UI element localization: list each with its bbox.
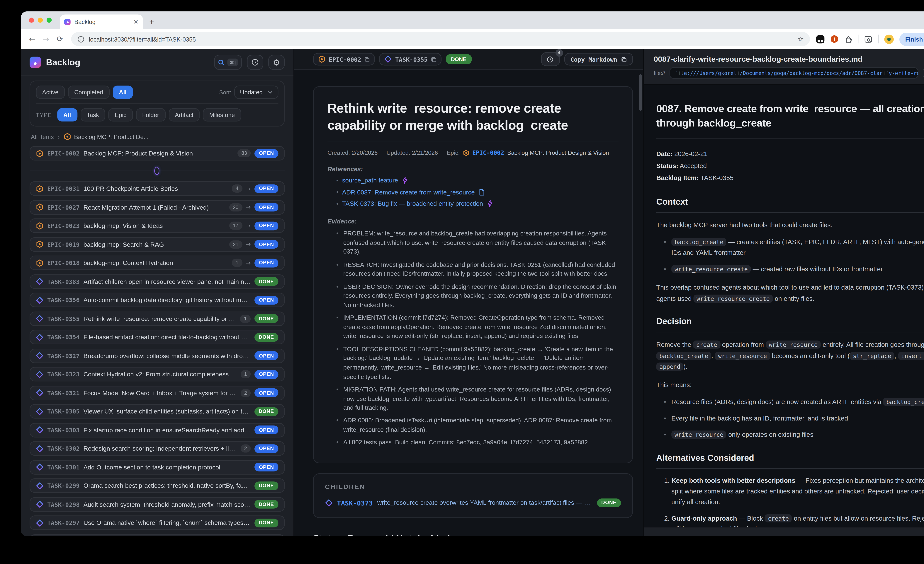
- sort-select[interactable]: Updated: [234, 86, 278, 99]
- copy-url-button[interactable]: [923, 67, 924, 79]
- reference-link[interactable]: TASK-0373: Bug fix — broadened entity pr…: [342, 200, 483, 207]
- forward-icon[interactable]: →: [41, 34, 51, 43]
- type-filter-pill[interactable]: All: [57, 108, 77, 121]
- finish-update-button[interactable]: Finish update ⋮: [900, 33, 924, 46]
- backlog-item-row[interactable]: EPIC-0031 100 PR Checkpoint: Article Ser…: [30, 181, 285, 196]
- task-diamond-icon: [36, 389, 44, 396]
- task-diamond-icon: [36, 408, 44, 415]
- backlog-item-row[interactable]: TASK-0323 Context Hydration v2: From str…: [30, 367, 285, 381]
- backlog-item-row[interactable]: TASK-0321 Focus Mode: Now Card + Inbox +…: [30, 385, 285, 400]
- file-url-field[interactable]: file:///Users/gkoreli/Documents/goga/bac…: [669, 67, 918, 79]
- type-filter-pill[interactable]: Milestone: [203, 108, 241, 121]
- backlog-item-row[interactable]: EPIC-0023 backlog-mcp: Vision & Ideas 17…: [30, 218, 285, 233]
- reference-link[interactable]: ADR 0087: Remove create from write_resou…: [342, 188, 475, 195]
- traffic-light-minimize-button[interactable]: [38, 18, 43, 22]
- list-item: EPIC-0031 100 PR Checkpoint: Article Ser…: [30, 181, 285, 196]
- backlog-item-row[interactable]: TASK-0301 Add Outcome section to task co…: [30, 460, 285, 474]
- backlog-item-row[interactable]: TASK-0303 Fix startup race condition in …: [30, 423, 285, 437]
- new-tab-button[interactable]: +: [149, 17, 154, 26]
- breadcrumb-current[interactable]: Backlog MCP: Product De...: [63, 133, 148, 141]
- type-filter-pill[interactable]: Folder: [136, 108, 165, 121]
- backlog-item-row[interactable]: TASK-0356 Auto-commit backlog data direc…: [30, 293, 285, 307]
- item-title: Use Orama native `where` filtering, `enu…: [84, 519, 250, 526]
- extension-icon-2[interactable]: I: [830, 35, 838, 43]
- task-ref-chip[interactable]: TASK-0355: [380, 53, 441, 65]
- drill-in-arrow-icon[interactable]: →: [246, 241, 251, 247]
- copy-markdown-button[interactable]: Copy Markdown: [564, 53, 633, 65]
- copy-icon[interactable]: [431, 56, 436, 62]
- backlog-item-row[interactable]: TASK-0383 Artifact children open in reso…: [30, 274, 285, 289]
- item-id: TASK-0323: [47, 371, 80, 377]
- epic-ref-chip[interactable]: EPIC-0002: [313, 53, 375, 65]
- status-filter-pill[interactable]: All: [112, 86, 133, 99]
- drill-in-arrow-icon[interactable]: →: [246, 260, 251, 266]
- back-icon[interactable]: ←: [27, 34, 38, 43]
- history-button[interactable]: [247, 55, 263, 70]
- backlog-item-row[interactable]: TASK-0354 File-based artifact creation: …: [30, 330, 285, 344]
- settings-button[interactable]: ⚙: [268, 55, 285, 70]
- resource-viewer-panel: 0087-clarify-write-resource-backlog-crea…: [644, 49, 924, 536]
- url-text[interactable]: localhost:3030/?filter=all&id=TASK-0355: [89, 36, 794, 42]
- search-tabs-icon[interactable]: [864, 35, 873, 43]
- browser-tab[interactable]: Backlog ✕: [60, 14, 143, 29]
- status-badge: DONE: [597, 498, 621, 507]
- epic-link[interactable]: EPIC-0002: [472, 149, 504, 156]
- context-section: Context The backlog MCP server had two t…: [656, 197, 924, 304]
- tab-close-icon[interactable]: ✕: [133, 19, 139, 25]
- document-content[interactable]: 0087. Remove create from write_resource …: [644, 85, 924, 527]
- backlog-item-row[interactable]: EPIC-0018 backlog-mcp: Context Hydration…: [30, 256, 285, 270]
- child-task-row[interactable]: TASK-0373 write_resource create overwrit…: [325, 498, 621, 507]
- backlog-item-row[interactable]: TASK-0327 Breadcrumb overflow: collapse …: [30, 348, 285, 363]
- browser-window: Backlog ✕ + ← → ⟳ localhost:3030/?filter…: [21, 11, 924, 536]
- status-badge: OPEN: [255, 370, 278, 378]
- status-badge: OPEN: [255, 203, 278, 211]
- list-item: TASK-0299 Orama search best practices: t…: [30, 478, 285, 493]
- extensions-puzzle-icon[interactable]: [844, 35, 852, 43]
- site-info-icon[interactable]: [77, 36, 84, 42]
- status-filter-pill[interactable]: Active: [36, 86, 64, 99]
- type-filter-pill[interactable]: Artifact: [168, 108, 200, 121]
- backlog-item-row[interactable]: TASK-0305 Viewer UX: surface child entit…: [30, 404, 285, 419]
- type-filter-pill[interactable]: Task: [80, 108, 105, 121]
- list-item: TASK-0323 Context Hydration v2: From str…: [30, 367, 285, 381]
- address-bar[interactable]: localhost:3030/?filter=all&id=TASK-0355 …: [71, 32, 810, 46]
- backlog-item-row[interactable]: TASK-0355 Rethink write_resource: remove…: [30, 311, 285, 326]
- toolbar-divider: [878, 34, 879, 43]
- document-filename: 0087-clarify-write-resource-backlog-crea…: [654, 55, 924, 64]
- backlog-item-row[interactable]: EPIC-0027 React Migration Attempt 1 (Fai…: [30, 200, 285, 214]
- backlog-item-row[interactable]: TASK-0296 Fix search ranking: "feature s…: [30, 534, 285, 536]
- copy-icon[interactable]: [364, 56, 370, 62]
- profile-avatar[interactable]: [885, 34, 894, 44]
- backlog-item-row[interactable]: TASK-0297 Use Orama native `where` filte…: [30, 515, 285, 530]
- reload-icon[interactable]: ⟳: [55, 34, 65, 43]
- evidence-item: TOOL DESCRIPTIONS CLEANED (commit 9a5288…: [336, 345, 618, 382]
- backlog-item-row[interactable]: TASK-0302 Redesign search scoring: indep…: [30, 441, 285, 456]
- type-filter-pill[interactable]: Epic: [108, 108, 133, 121]
- backlog-item-row[interactable]: TASK-0298 Audit search system: threshold…: [30, 497, 285, 512]
- backlog-item-row[interactable]: TASK-0299 Orama search best practices: t…: [30, 478, 285, 493]
- drill-in-arrow-icon[interactable]: →: [246, 204, 251, 210]
- context-divider-handle[interactable]: [154, 166, 159, 175]
- epic-icon: [318, 55, 326, 63]
- breadcrumb-root[interactable]: All Items: [31, 133, 54, 140]
- list-item: TASK-0355 Rethink write_resource: remove…: [30, 311, 285, 326]
- traffic-light-close-button[interactable]: [29, 18, 34, 22]
- task-diamond-icon: [385, 55, 392, 63]
- drill-in-arrow-icon[interactable]: →: [246, 186, 251, 192]
- status-filter-pill[interactable]: Completed: [68, 86, 110, 99]
- item-id: EPIC-0023: [47, 222, 80, 229]
- search-button[interactable]: ⌘J: [214, 55, 242, 70]
- bookmark-star-icon[interactable]: ☆: [798, 35, 804, 43]
- child-task-id[interactable]: TASK-0373: [337, 499, 373, 506]
- history-button[interactable]: 4: [541, 52, 560, 66]
- reference-link[interactable]: source_path feature: [342, 177, 398, 184]
- traffic-light-zoom-button[interactable]: [46, 18, 51, 22]
- extension-icon-1[interactable]: [816, 35, 825, 43]
- section-heading: Decision: [656, 317, 924, 332]
- backlog-item-row[interactable]: EPIC-0002 Backlog MCP: Product Design & …: [30, 146, 285, 160]
- backlog-item-row[interactable]: EPIC-0019 backlog-mcp: Search & RAG 21 →…: [30, 237, 285, 251]
- drill-in-arrow-icon[interactable]: →: [246, 223, 251, 229]
- app-logo: [30, 57, 41, 68]
- detail-scroll-area[interactable]: Rethink write_resource: remove create ca…: [294, 70, 643, 536]
- scrollbar-thumb[interactable]: [639, 74, 642, 111]
